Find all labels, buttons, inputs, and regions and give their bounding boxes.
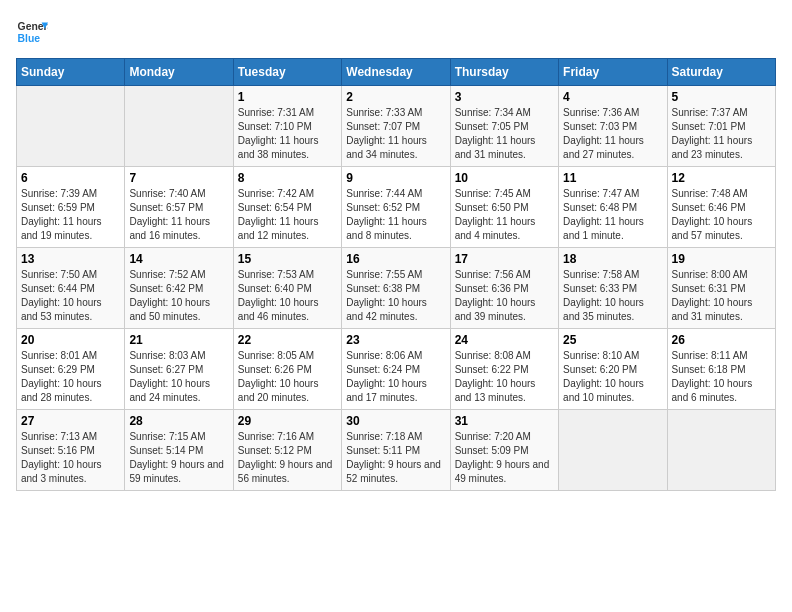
calendar-cell: 11Sunrise: 7:47 AM Sunset: 6:48 PM Dayli… (559, 167, 667, 248)
calendar-week-row: 20Sunrise: 8:01 AM Sunset: 6:29 PM Dayli… (17, 329, 776, 410)
day-info: Sunrise: 7:47 AM Sunset: 6:48 PM Dayligh… (563, 187, 662, 243)
day-number: 4 (563, 90, 662, 104)
calendar-cell: 18Sunrise: 7:58 AM Sunset: 6:33 PM Dayli… (559, 248, 667, 329)
day-info: Sunrise: 7:45 AM Sunset: 6:50 PM Dayligh… (455, 187, 554, 243)
day-number: 11 (563, 171, 662, 185)
day-number: 24 (455, 333, 554, 347)
day-number: 15 (238, 252, 337, 266)
calendar-cell: 15Sunrise: 7:53 AM Sunset: 6:40 PM Dayli… (233, 248, 341, 329)
day-info: Sunrise: 7:50 AM Sunset: 6:44 PM Dayligh… (21, 268, 120, 324)
calendar-cell: 29Sunrise: 7:16 AM Sunset: 5:12 PM Dayli… (233, 410, 341, 491)
day-info: Sunrise: 7:16 AM Sunset: 5:12 PM Dayligh… (238, 430, 337, 486)
day-info: Sunrise: 7:56 AM Sunset: 6:36 PM Dayligh… (455, 268, 554, 324)
calendar-cell: 7Sunrise: 7:40 AM Sunset: 6:57 PM Daylig… (125, 167, 233, 248)
day-number: 20 (21, 333, 120, 347)
day-info: Sunrise: 7:48 AM Sunset: 6:46 PM Dayligh… (672, 187, 771, 243)
calendar-cell: 13Sunrise: 7:50 AM Sunset: 6:44 PM Dayli… (17, 248, 125, 329)
day-number: 26 (672, 333, 771, 347)
day-number: 3 (455, 90, 554, 104)
day-info: Sunrise: 7:36 AM Sunset: 7:03 PM Dayligh… (563, 106, 662, 162)
calendar-cell: 2Sunrise: 7:33 AM Sunset: 7:07 PM Daylig… (342, 86, 450, 167)
calendar-cell: 25Sunrise: 8:10 AM Sunset: 6:20 PM Dayli… (559, 329, 667, 410)
day-info: Sunrise: 7:33 AM Sunset: 7:07 PM Dayligh… (346, 106, 445, 162)
day-of-week-header: Tuesday (233, 59, 341, 86)
day-number: 25 (563, 333, 662, 347)
day-info: Sunrise: 7:39 AM Sunset: 6:59 PM Dayligh… (21, 187, 120, 243)
calendar-cell (17, 86, 125, 167)
day-number: 14 (129, 252, 228, 266)
day-info: Sunrise: 8:06 AM Sunset: 6:24 PM Dayligh… (346, 349, 445, 405)
calendar-week-row: 1Sunrise: 7:31 AM Sunset: 7:10 PM Daylig… (17, 86, 776, 167)
day-info: Sunrise: 7:55 AM Sunset: 6:38 PM Dayligh… (346, 268, 445, 324)
day-info: Sunrise: 7:20 AM Sunset: 5:09 PM Dayligh… (455, 430, 554, 486)
day-number: 27 (21, 414, 120, 428)
day-number: 2 (346, 90, 445, 104)
calendar-cell: 22Sunrise: 8:05 AM Sunset: 6:26 PM Dayli… (233, 329, 341, 410)
calendar-cell: 17Sunrise: 7:56 AM Sunset: 6:36 PM Dayli… (450, 248, 558, 329)
day-info: Sunrise: 7:52 AM Sunset: 6:42 PM Dayligh… (129, 268, 228, 324)
calendar-cell: 10Sunrise: 7:45 AM Sunset: 6:50 PM Dayli… (450, 167, 558, 248)
day-number: 22 (238, 333, 337, 347)
calendar-header: SundayMondayTuesdayWednesdayThursdayFrid… (17, 59, 776, 86)
day-info: Sunrise: 7:34 AM Sunset: 7:05 PM Dayligh… (455, 106, 554, 162)
day-number: 8 (238, 171, 337, 185)
calendar-cell: 21Sunrise: 8:03 AM Sunset: 6:27 PM Dayli… (125, 329, 233, 410)
day-number: 16 (346, 252, 445, 266)
calendar-table: SundayMondayTuesdayWednesdayThursdayFrid… (16, 58, 776, 491)
day-info: Sunrise: 7:42 AM Sunset: 6:54 PM Dayligh… (238, 187, 337, 243)
day-info: Sunrise: 7:53 AM Sunset: 6:40 PM Dayligh… (238, 268, 337, 324)
calendar-cell: 31Sunrise: 7:20 AM Sunset: 5:09 PM Dayli… (450, 410, 558, 491)
calendar-cell (125, 86, 233, 167)
day-number: 7 (129, 171, 228, 185)
day-number: 29 (238, 414, 337, 428)
calendar-cell (667, 410, 775, 491)
day-info: Sunrise: 7:40 AM Sunset: 6:57 PM Dayligh… (129, 187, 228, 243)
calendar-week-row: 13Sunrise: 7:50 AM Sunset: 6:44 PM Dayli… (17, 248, 776, 329)
calendar-cell: 8Sunrise: 7:42 AM Sunset: 6:54 PM Daylig… (233, 167, 341, 248)
calendar-cell: 9Sunrise: 7:44 AM Sunset: 6:52 PM Daylig… (342, 167, 450, 248)
calendar-cell: 12Sunrise: 7:48 AM Sunset: 6:46 PM Dayli… (667, 167, 775, 248)
day-number: 30 (346, 414, 445, 428)
day-info: Sunrise: 8:01 AM Sunset: 6:29 PM Dayligh… (21, 349, 120, 405)
calendar-cell: 1Sunrise: 7:31 AM Sunset: 7:10 PM Daylig… (233, 86, 341, 167)
day-info: Sunrise: 8:05 AM Sunset: 6:26 PM Dayligh… (238, 349, 337, 405)
day-number: 5 (672, 90, 771, 104)
calendar-cell: 16Sunrise: 7:55 AM Sunset: 6:38 PM Dayli… (342, 248, 450, 329)
day-info: Sunrise: 8:03 AM Sunset: 6:27 PM Dayligh… (129, 349, 228, 405)
calendar-cell: 23Sunrise: 8:06 AM Sunset: 6:24 PM Dayli… (342, 329, 450, 410)
day-number: 31 (455, 414, 554, 428)
day-number: 9 (346, 171, 445, 185)
day-number: 23 (346, 333, 445, 347)
calendar-cell: 20Sunrise: 8:01 AM Sunset: 6:29 PM Dayli… (17, 329, 125, 410)
calendar-cell: 28Sunrise: 7:15 AM Sunset: 5:14 PM Dayli… (125, 410, 233, 491)
calendar-body: 1Sunrise: 7:31 AM Sunset: 7:10 PM Daylig… (17, 86, 776, 491)
logo: General Blue (16, 16, 48, 48)
day-of-week-header: Thursday (450, 59, 558, 86)
day-number: 13 (21, 252, 120, 266)
day-info: Sunrise: 8:11 AM Sunset: 6:18 PM Dayligh… (672, 349, 771, 405)
day-number: 10 (455, 171, 554, 185)
day-of-week-header: Friday (559, 59, 667, 86)
day-of-week-header: Sunday (17, 59, 125, 86)
svg-text:Blue: Blue (18, 33, 41, 44)
day-info: Sunrise: 8:00 AM Sunset: 6:31 PM Dayligh… (672, 268, 771, 324)
day-info: Sunrise: 7:37 AM Sunset: 7:01 PM Dayligh… (672, 106, 771, 162)
calendar-week-row: 6Sunrise: 7:39 AM Sunset: 6:59 PM Daylig… (17, 167, 776, 248)
calendar-cell: 26Sunrise: 8:11 AM Sunset: 6:18 PM Dayli… (667, 329, 775, 410)
calendar-week-row: 27Sunrise: 7:13 AM Sunset: 5:16 PM Dayli… (17, 410, 776, 491)
calendar-cell: 5Sunrise: 7:37 AM Sunset: 7:01 PM Daylig… (667, 86, 775, 167)
day-info: Sunrise: 7:44 AM Sunset: 6:52 PM Dayligh… (346, 187, 445, 243)
calendar-cell: 30Sunrise: 7:18 AM Sunset: 5:11 PM Dayli… (342, 410, 450, 491)
day-number: 6 (21, 171, 120, 185)
day-of-week-header: Wednesday (342, 59, 450, 86)
day-number: 28 (129, 414, 228, 428)
calendar-cell: 4Sunrise: 7:36 AM Sunset: 7:03 PM Daylig… (559, 86, 667, 167)
day-of-week-header: Monday (125, 59, 233, 86)
calendar-cell: 6Sunrise: 7:39 AM Sunset: 6:59 PM Daylig… (17, 167, 125, 248)
day-info: Sunrise: 7:18 AM Sunset: 5:11 PM Dayligh… (346, 430, 445, 486)
day-info: Sunrise: 7:58 AM Sunset: 6:33 PM Dayligh… (563, 268, 662, 324)
calendar-cell: 3Sunrise: 7:34 AM Sunset: 7:05 PM Daylig… (450, 86, 558, 167)
day-of-week-header: Saturday (667, 59, 775, 86)
day-number: 12 (672, 171, 771, 185)
day-info: Sunrise: 8:08 AM Sunset: 6:22 PM Dayligh… (455, 349, 554, 405)
